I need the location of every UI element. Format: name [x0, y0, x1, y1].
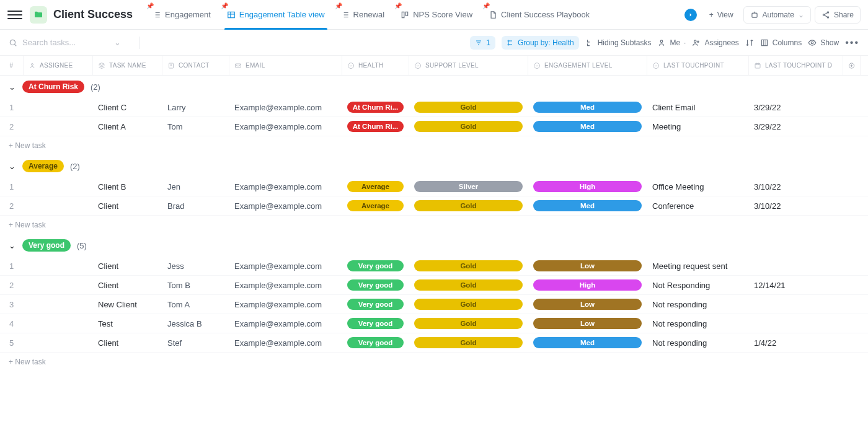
support-cell[interactable]: Gold	[409, 196, 528, 215]
assignee-cell[interactable]	[24, 314, 93, 333]
support-cell[interactable]: Gold	[409, 98, 528, 116]
support-cell[interactable]: Gold	[409, 257, 528, 275]
col-contact[interactable]: CONTACT	[162, 56, 229, 75]
touchdate-cell[interactable]: 3/10/22	[749, 177, 843, 196]
contact-cell[interactable]: Tom	[162, 117, 229, 136]
engage-cell[interactable]: Med	[528, 98, 647, 116]
touchdate-cell[interactable]: 3/10/22	[749, 196, 843, 215]
touchpoint-cell[interactable]: Office Meeting	[647, 177, 749, 196]
engage-cell[interactable]: High	[528, 276, 647, 294]
support-cell[interactable]: Silver	[409, 177, 528, 196]
contact-cell[interactable]: Tom B	[162, 276, 229, 294]
support-cell[interactable]: Gold	[409, 276, 528, 294]
email-cell[interactable]: Example@example.com	[229, 117, 342, 136]
task-name[interactable]: New Client	[93, 295, 162, 314]
email-cell[interactable]: Example@example.com	[229, 295, 342, 314]
touchpoint-cell[interactable]: Not Responding	[647, 276, 749, 294]
task-name[interactable]: Client B	[93, 177, 162, 196]
col-touchpoint[interactable]: LAST TOUCHPOINT	[647, 56, 749, 75]
tab-engagement-table-view[interactable]: 📌Engagement Table view	[219, 0, 332, 30]
group-header[interactable]: ⌄Very good(5)	[0, 234, 868, 257]
new-task-button[interactable]: + New task	[0, 353, 868, 371]
contact-cell[interactable]: Tom A	[162, 295, 229, 314]
caret-icon[interactable]: ⌄	[7, 162, 16, 171]
assignee-cell[interactable]	[24, 295, 93, 314]
touchpoint-cell[interactable]: Not responding	[647, 333, 749, 352]
task-name[interactable]: Test	[93, 314, 162, 333]
engage-cell[interactable]: Med	[528, 117, 647, 136]
table-row[interactable]: 5ClientStefExample@example.comVery goodG…	[0, 333, 868, 353]
contact-cell[interactable]: Stef	[162, 333, 229, 352]
search-input[interactable]	[22, 38, 109, 47]
touchdate-cell[interactable]	[749, 314, 843, 333]
engage-cell[interactable]: Low	[528, 314, 647, 333]
touchpoint-cell[interactable]: Meeting request sent	[647, 257, 749, 275]
touchpoint-cell[interactable]: Not responding	[647, 295, 749, 314]
assignees-filter[interactable]: Assignees	[692, 38, 738, 47]
group-by-pill[interactable]: Group by: Health	[502, 36, 579, 50]
col-num[interactable]: #	[0, 56, 24, 75]
table-row[interactable]: 1Client BJenExample@example.comAverageSi…	[0, 177, 868, 196]
sort-button[interactable]	[745, 38, 754, 47]
share-button[interactable]: Share	[815, 6, 861, 24]
engage-cell[interactable]: Med	[528, 196, 647, 215]
email-cell[interactable]: Example@example.com	[229, 314, 342, 333]
table-row[interactable]: 2Client ATomExample@example.comAt Churn …	[0, 117, 868, 136]
add-column-button[interactable]	[843, 56, 861, 75]
touchpoint-cell[interactable]: Conference	[647, 196, 749, 215]
tab-engagement[interactable]: 📌Engagement	[145, 0, 218, 30]
touchdate-cell[interactable]	[749, 295, 843, 314]
assignee-cell[interactable]	[24, 177, 93, 196]
email-cell[interactable]: Example@example.com	[229, 177, 342, 196]
contact-cell[interactable]: Larry	[162, 98, 229, 116]
contact-cell[interactable]: Jess	[162, 257, 229, 275]
table-row[interactable]: 3New ClientTom AExample@example.comVery …	[0, 295, 868, 314]
task-name[interactable]: Client C	[93, 98, 162, 116]
table-row[interactable]: 2ClientTom BExample@example.comVery good…	[0, 276, 868, 295]
col-support[interactable]: SUPPORT LEVEL	[409, 56, 528, 75]
search-box[interactable]: ⌄	[9, 38, 133, 47]
search-chevron-icon[interactable]: ⌄	[114, 38, 121, 47]
touchdate-cell[interactable]: 3/29/22	[749, 98, 843, 116]
caret-icon[interactable]: ⌄	[7, 82, 16, 92]
caret-icon[interactable]: ⌄	[7, 241, 16, 250]
table-row[interactable]: 2ClientBradExample@example.comAverageGol…	[0, 196, 868, 216]
task-name[interactable]: Client A	[93, 117, 162, 136]
next-views-button[interactable]	[684, 9, 697, 21]
health-cell[interactable]: At Churn Ri...	[342, 98, 409, 116]
health-cell[interactable]: Average	[342, 196, 409, 215]
columns-button[interactable]: Columns	[760, 38, 802, 47]
health-cell[interactable]: Very good	[342, 295, 409, 314]
health-cell[interactable]: Very good	[342, 276, 409, 294]
email-cell[interactable]: Example@example.com	[229, 98, 342, 116]
table-row[interactable]: 4TestJessica BExample@example.comVery go…	[0, 314, 868, 333]
support-cell[interactable]: Gold	[409, 333, 528, 352]
health-cell[interactable]: Very good	[342, 314, 409, 333]
email-cell[interactable]: Example@example.com	[229, 276, 342, 294]
task-name[interactable]: Client	[93, 196, 162, 215]
touchdate-cell[interactable]	[749, 257, 843, 275]
task-name[interactable]: Client	[93, 333, 162, 352]
new-task-button[interactable]: + New task	[0, 216, 868, 234]
contact-cell[interactable]: Jessica B	[162, 314, 229, 333]
engage-cell[interactable]: Med	[528, 333, 647, 352]
show-button[interactable]: Show	[808, 38, 839, 47]
engage-cell[interactable]: Low	[528, 257, 647, 275]
filter-pill[interactable]: 1	[470, 36, 495, 50]
support-cell[interactable]: Gold	[409, 295, 528, 314]
task-name[interactable]: Client	[93, 276, 162, 294]
engage-cell[interactable]: High	[528, 177, 647, 196]
health-cell[interactable]: Very good	[342, 333, 409, 352]
contact-cell[interactable]: Brad	[162, 196, 229, 215]
touchpoint-cell[interactable]: Meeting	[647, 117, 749, 136]
touchdate-cell[interactable]: 1/4/22	[749, 333, 843, 352]
assignee-cell[interactable]	[24, 98, 93, 116]
assignee-cell[interactable]	[24, 333, 93, 352]
assignee-cell[interactable]	[24, 196, 93, 215]
new-task-button[interactable]: + New task	[0, 136, 868, 155]
group-header[interactable]: ⌄Average(2)	[0, 155, 868, 177]
col-email[interactable]: EMAIL	[229, 56, 342, 75]
more-button[interactable]: •••	[845, 37, 859, 48]
health-cell[interactable]: At Churn Ri...	[342, 117, 409, 136]
subtasks-toggle[interactable]: Hiding Subtasks	[585, 38, 652, 47]
